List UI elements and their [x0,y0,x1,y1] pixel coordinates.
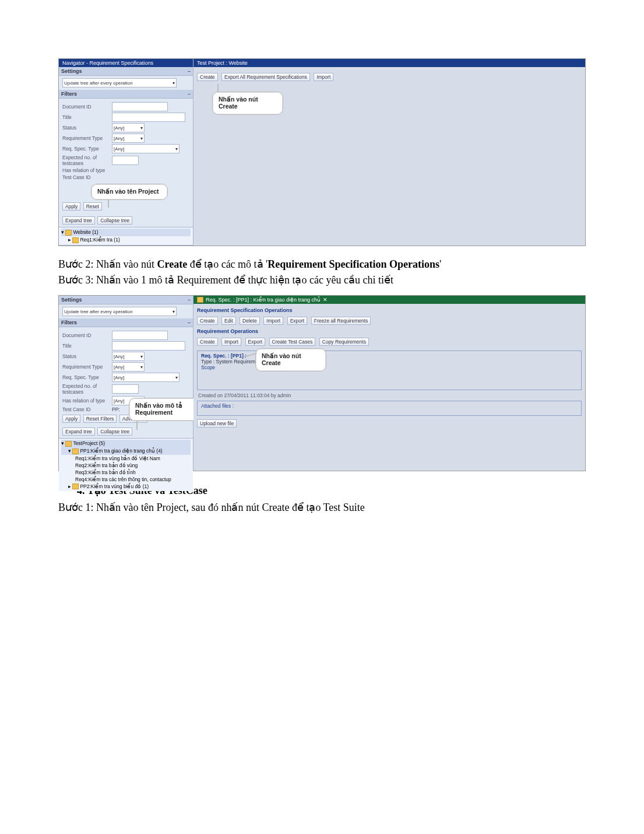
import-button[interactable]: Import [314,73,333,81]
step2-mid: để tạo các mô tả ' [187,258,268,270]
created-line: Created on 27/04/2011 11:03:04 by admin [198,393,580,398]
create-button[interactable]: Create [197,73,218,81]
step2-pre: Bước 2: Nhấn vào nút [58,258,157,270]
doc-id-label: Document ID [62,332,112,338]
settings-select[interactable]: Update tree after every operation ▾ [62,307,177,316]
screenshot-1: Navigator - Requirement Specifications S… [58,58,586,246]
folder-icon [72,237,79,243]
chevron-down-icon: ▾ [140,125,143,131]
relation-label: Has relation of type [62,167,112,173]
settings-select[interactable]: Update tree after every operation ▾ [62,78,177,87]
step2-post: ' [439,258,441,270]
upload-file-button[interactable]: Upload new file [197,419,237,427]
step4-1: Bước 1: Nhấn vào tên Project, sau đó nhấ… [58,500,586,516]
step3: Bước 3: Nhấn vào 1 mô tả Requirement để … [58,272,586,288]
navigator-title: Navigator - Requirement Specifications [59,59,193,67]
settings-label: Settings [61,68,82,74]
tc-id-prefix: PP: [112,407,120,412]
right-title: Test Project : Website [193,59,585,67]
req-spec-type-label: Req. Spec. Type [62,146,112,152]
expand-tree-button[interactable]: Expand tree [62,216,95,225]
status-label: Status [62,353,112,359]
collapse-icon[interactable]: – [188,91,191,97]
folder-icon [65,230,72,236]
spec-create-button[interactable]: Create [197,317,218,325]
req-spec-type-select[interactable]: [Any]▾ [112,144,180,153]
folder-icon [72,483,79,489]
spec-edit-button[interactable]: Edit [221,317,236,325]
req-export-button[interactable]: Export [245,338,266,346]
tree-view[interactable]: ▾ Website (1) ▸ Req1:Kiểm tra (1) [59,227,193,245]
expected-input[interactable] [112,384,139,394]
tree-leaf-2[interactable]: Req2:Kiểm tra bản đồ vùng [61,462,191,469]
tree-root[interactable]: ▾ Website (1) [61,229,191,236]
filters-header[interactable]: Filters – [59,318,193,327]
tree-leaf-4[interactable]: Req4:Kiểm tra các trên thông tin, contac… [61,476,191,483]
doc-id-label: Document ID [62,104,112,110]
chevron-down-icon: ▾ [175,375,178,380]
screenshot-2: Settings – Update tree after every opera… [58,295,586,471]
expand-tree-button[interactable]: Expand tree [62,427,95,436]
settings-header[interactable]: Settings – [59,67,193,76]
tab-req-spec[interactable]: Req. Spec. : [PP1] : Kiểm tra giao diện … [193,296,585,304]
tree-node-pp2[interactable]: ▸ PP2:Kiểm tra vùng biểu đồ (1) [61,483,191,490]
settings-header[interactable]: Settings – [59,296,193,304]
close-icon[interactable]: ✕ [323,297,328,303]
detail-box: Req. Spec. : [PP1] : Type : System Requi… [197,351,582,390]
collapse-tree-button[interactable]: Collapse tree [97,427,132,436]
req-spec-type-select[interactable]: [Any]▾ [112,373,180,382]
req-type-label: Requirement Type [62,364,112,370]
filters-label: Filters [61,91,77,97]
req-import-button[interactable]: Import [221,338,241,346]
callout-create: Nhấn vào nút Create [212,92,283,115]
tree-view[interactable]: ▾ TestProject (5) ▾ PP1:Kiểm tra giao di… [59,438,193,491]
status-select[interactable]: [Any]▾ [112,123,145,132]
chevron-down-icon: ▾ [140,354,143,359]
spec-export-button[interactable]: Export [287,317,308,325]
status-select[interactable]: [Any]▾ [112,352,145,361]
apply-button[interactable]: Apply [62,415,80,423]
tree-leaf-3[interactable]: Req3:Kiểm tra bản đồ tỉnh [61,469,191,476]
req-create-tc-button[interactable]: Create Test Cases [269,338,316,346]
doc-body: Bước 2: Nhấn vào nút Create để tạo các m… [58,257,586,288]
collapse-icon[interactable]: – [188,297,191,303]
tree-leaf-1[interactable]: Req1:Kiểm tra vùng bản đồ Việt Nam [61,455,191,462]
callout-create: Nhấn vào nút Create [255,348,326,372]
req-ops-header: Requirement Operations [197,328,582,334]
spec-freeze-button[interactable]: Freeze all Requirements [311,317,371,325]
title-input[interactable] [112,341,185,351]
apply-button[interactable]: Apply [62,202,80,211]
req-create-button[interactable]: Create [197,338,218,346]
reset-filters-button[interactable]: Reset Filters [83,415,117,423]
collapse-tree-button[interactable]: Collapse tree [97,216,132,225]
doc-id-input[interactable] [112,102,168,111]
reset-button[interactable]: Reset [83,202,102,211]
spec-import-button[interactable]: Import [263,317,283,325]
export-all-button[interactable]: Export All Requirement Specifications [221,73,310,81]
expected-input[interactable] [112,156,139,165]
tc-id-label: Test Case ID [62,174,112,180]
filters-label: Filters [61,320,77,325]
relation-label: Has relation of type [62,398,112,404]
folder-icon [197,297,203,303]
attached-files-box: Attached files : [197,401,582,416]
title-label: Title [62,343,112,349]
expected-label: Expected no. of testcases [62,155,112,166]
req-type-select[interactable]: [Any]▾ [112,134,145,143]
scrollbar[interactable] [59,245,193,246]
chevron-down-icon: ▾ [175,146,178,152]
tree-node-pp1[interactable]: ▾ PP1:Kiểm tra giao diện trang chủ (4) [61,447,191,455]
spec-delete-button[interactable]: Delete [240,317,260,325]
tc-id-label: Test Case ID [62,407,112,412]
chevron-down-icon: ▾ [140,365,143,370]
req-type-select[interactable]: [Any]▾ [112,362,145,372]
doc-id-input[interactable] [112,331,168,340]
tree-root[interactable]: ▾ TestProject (5) [61,440,191,447]
collapse-icon[interactable]: – [188,68,191,74]
filters-header[interactable]: Filters – [59,90,193,99]
req-copy-button[interactable]: Copy Requirements [319,338,369,346]
folder-icon [72,448,79,454]
title-input[interactable] [112,113,185,122]
collapse-icon[interactable]: – [188,320,191,325]
tree-child[interactable]: ▸ Req1:Kiểm tra (1) [61,236,191,244]
